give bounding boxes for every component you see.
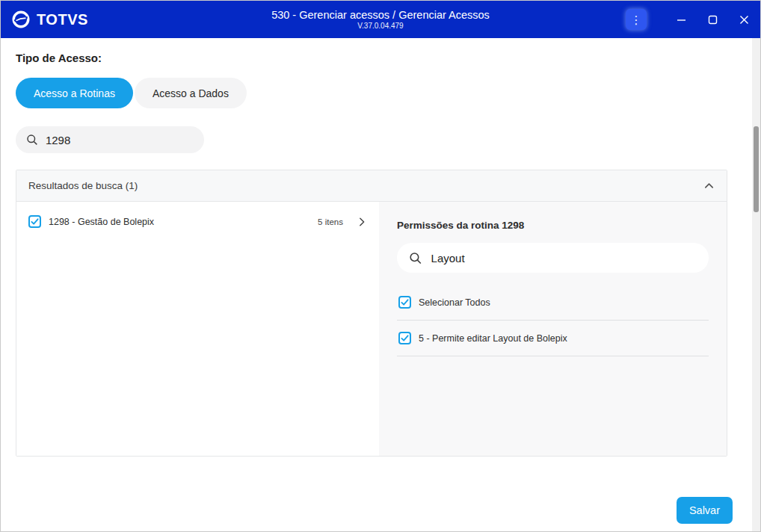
routine-label: 1298 - Gestão de Bolepix	[49, 217, 310, 227]
routine-search[interactable]	[16, 126, 204, 153]
results-panel: Resultados de busca (1) 1298 - Gestão de…	[16, 170, 727, 457]
close-icon	[739, 15, 749, 25]
totvs-logo: TOTVS	[11, 1, 88, 38]
totvs-logo-text: TOTVS	[37, 11, 88, 28]
check-icon	[401, 334, 409, 342]
permission-row[interactable]: 5 - Permite editar Layout de Bolepix	[397, 321, 709, 356]
permissions-title: Permissões da rotina 1298	[397, 220, 709, 231]
routine-list: 1298 - Gestão de Bolepix 5 itens	[16, 202, 379, 456]
select-all-label: Selecionar Todos	[419, 297, 490, 308]
search-icon	[26, 133, 38, 146]
routine-list-item[interactable]: 1298 - Gestão de Bolepix 5 itens	[16, 202, 379, 241]
save-button[interactable]: Salvar	[677, 497, 733, 524]
chevron-right-icon[interactable]	[357, 217, 367, 227]
access-type-label: Tipo de Acesso:	[16, 52, 745, 64]
minimize-icon	[677, 15, 686, 25]
vertical-scrollbar-thumb[interactable]	[754, 126, 759, 212]
chevron-up-icon	[703, 180, 715, 191]
totvs-logo-icon	[11, 10, 31, 29]
check-icon	[401, 298, 409, 306]
tab-acesso-rotinas[interactable]: Acesso a Rotinas	[16, 78, 133, 108]
vertical-scrollbar-track[interactable]	[752, 38, 760, 531]
permissions-panel: Permissões da rotina 1298 Selecionar To	[379, 202, 727, 456]
permission-label: 5 - Permite editar Layout de Bolepix	[419, 333, 567, 344]
routine-checkbox[interactable]	[28, 215, 41, 228]
select-all-row[interactable]: Selecionar Todos	[397, 285, 709, 321]
routine-item-count: 5 itens	[318, 217, 343, 226]
permission-checkbox[interactable]	[398, 332, 411, 344]
titlebar: TOTVS 530 - Gerenciar acessos / Gerencia…	[1, 1, 760, 38]
select-all-checkbox[interactable]	[398, 296, 411, 309]
access-type-tabs: Acesso a Rotinas Acesso a Dados	[16, 78, 745, 108]
results-panel-body: 1298 - Gestão de Bolepix 5 itens Permiss…	[16, 202, 727, 456]
results-panel-header[interactable]: Resultados de busca (1)	[16, 170, 727, 202]
results-header-label: Resultados de busca (1)	[28, 180, 138, 191]
maximize-icon	[708, 15, 718, 25]
close-button[interactable]	[733, 9, 754, 30]
app-version: V.37.0.04.479	[271, 22, 490, 31]
kebab-menu-button[interactable]: ⋮	[626, 9, 647, 30]
check-icon	[31, 217, 39, 226]
collapse-results-button[interactable]	[703, 180, 715, 191]
main-content: Tipo de Acesso: Acesso a Rotinas Acesso …	[1, 38, 760, 532]
tab-acesso-dados[interactable]: Acesso a Dados	[135, 78, 247, 108]
maximize-button[interactable]	[702, 9, 723, 30]
window-title-group: 530 - Gerenciar acessos / Gerenciar Aces…	[271, 8, 490, 31]
window-controls: ⋮	[626, 1, 754, 38]
kebab-menu-icon: ⋮	[631, 14, 642, 25]
permissions-search[interactable]	[397, 243, 709, 273]
permissions-search-input[interactable]	[431, 252, 697, 265]
minimize-button[interactable]	[671, 9, 691, 30]
search-icon	[409, 251, 422, 265]
window-title: 530 - Gerenciar acessos / Gerenciar Aces…	[271, 8, 490, 22]
routine-search-input[interactable]	[46, 134, 194, 146]
